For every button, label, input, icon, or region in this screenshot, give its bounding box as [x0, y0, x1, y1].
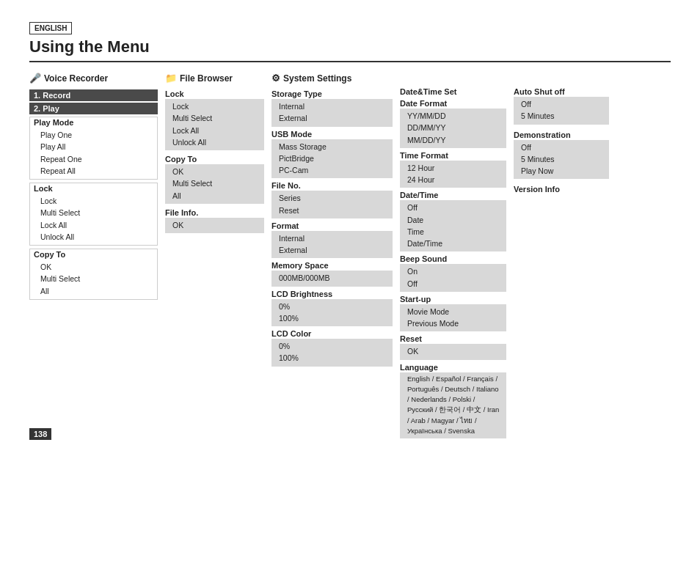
auto-shut-5min: 5 Minutes	[521, 110, 605, 122]
fb-lock-options: Lock Multi Select Lock All Unlock All	[165, 99, 264, 150]
reset-group: Reset OK	[400, 334, 506, 359]
demo-play-now: Play Now	[521, 165, 605, 177]
date-time-group: Date/Time Off Date Time Date/Time	[400, 191, 506, 251]
df-yy-mm-dd: YY/MM/DD	[407, 110, 502, 122]
play-one: Play One	[40, 129, 153, 141]
record-item: 1. Record	[29, 89, 158, 101]
version-info-label: Version Info	[514, 185, 609, 194]
folder-icon: 📁	[165, 73, 177, 84]
lang-text: English / Español / Français / Português…	[407, 374, 502, 437]
fb-ok: OK	[172, 166, 260, 177]
lock-all-option: Lock All	[40, 219, 153, 231]
usb-mass-storage: Mass Storage	[279, 141, 388, 152]
english-badge: ENGLISH	[29, 22, 72, 34]
format-external: External	[279, 244, 388, 256]
unlock-all-option: Unlock All	[40, 231, 153, 243]
play-mode-options: Play One Play All Repeat One Repeat All	[30, 128, 157, 179]
usb-mode-options: Mass Storage PictBridge PC-Cam	[271, 139, 393, 179]
datetime-set-label: Date&Time Set	[400, 87, 506, 96]
fb-multi-select: Multi Select	[172, 112, 260, 124]
memory-space-group: Memory Space 000MB/000MB	[271, 261, 393, 286]
format-label: Format	[271, 221, 393, 230]
file-no-series: Series	[279, 192, 388, 204]
page-number: 138	[29, 428, 51, 440]
startup-previous: Previous Mode	[407, 317, 502, 329]
lcd-brightness-100: 100%	[279, 312, 388, 324]
fb-lock-label: Lock	[165, 89, 264, 98]
format-options: Internal External	[271, 231, 393, 259]
voice-recorder-header: 🎤 Voice Recorder	[29, 73, 158, 84]
memory-space-label: Memory Space	[271, 261, 393, 270]
df-mm-dd-yy: MM/DD/YY	[407, 134, 502, 146]
fb-all: All	[172, 190, 260, 202]
auto-shut-group: Auto Shut off Off 5 Minutes	[514, 87, 609, 125]
fb-unlock-all: Unlock All	[172, 136, 260, 148]
fb-file-info-group: File Info. OK	[165, 208, 264, 233]
file-browser-header: 📁 File Browser	[165, 73, 264, 84]
play-all: Play All	[40, 141, 153, 152]
dt-off: Off	[407, 202, 502, 213]
fb-copy-to-options: OK Multi Select All	[165, 164, 264, 204]
tf-24-hour: 24 Hour	[407, 174, 502, 185]
format-internal: Internal	[279, 232, 388, 244]
startup-group: Start-up Movie Mode Previous Mode	[400, 295, 506, 332]
dt-date: Date	[407, 214, 502, 226]
play-mode-group: Play Mode Play One Play All Repeat One R…	[29, 117, 158, 180]
auto-shut-label: Auto Shut off	[514, 87, 609, 96]
lock-option: Lock	[40, 195, 153, 207]
all-option-vr: All	[40, 285, 153, 297]
fb-copy-to-group: Copy To OK Multi Select All	[165, 155, 264, 204]
usb-pc-cam: PC-Cam	[279, 164, 388, 176]
file-no-reset: Reset	[279, 205, 388, 216]
dt-time: Time	[407, 226, 502, 238]
beep-sound-options: On Off	[400, 264, 506, 292]
lcd-brightness-options: 0% 100%	[271, 299, 393, 327]
format-group: Format Internal External	[271, 221, 393, 259]
date-time-options: Off Date Time Date/Time	[400, 200, 506, 251]
lcd-color-group: LCD Color 0% 100%	[271, 329, 393, 367]
copy-to-label-vr: Copy To	[30, 249, 157, 260]
lcd-brightness-group: LCD Brightness 0% 100%	[271, 290, 393, 327]
reset-label: Reset	[400, 334, 506, 343]
beep-on: On	[407, 265, 502, 277]
multi-select-option-vr: Multi Select	[40, 273, 153, 284]
language-label: Language	[400, 363, 506, 372]
repeat-one: Repeat One	[40, 153, 153, 165]
tf-12-hour: 12 Hour	[407, 162, 502, 174]
lock-group: Lock Lock Multi Select Lock All Unlock A…	[29, 183, 158, 246]
startup-label: Start-up	[400, 295, 506, 304]
startup-options: Movie Mode Previous Mode	[400, 304, 506, 332]
system-settings-section: ⚙ System Settings Storage Type Internal …	[264, 73, 393, 370]
st-external: External	[279, 112, 388, 124]
dt-datetime: Date/Time	[407, 238, 502, 249]
time-format-label: Time Format	[400, 151, 506, 160]
fb-multi-select-copy: Multi Select	[172, 177, 260, 189]
storage-type-group: Storage Type Internal External	[271, 89, 393, 127]
microphone-icon: 🎤	[29, 73, 41, 84]
demonstration-label: Demonstration	[514, 131, 609, 139]
auto-section: Auto Shut off Off 5 Minutes Demonstratio…	[506, 73, 609, 196]
beep-off: Off	[407, 278, 502, 290]
repeat-all: Repeat All	[40, 165, 153, 177]
date-format-label: Date Format	[400, 99, 506, 108]
lcd-brightness-label: LCD Brightness	[271, 290, 393, 298]
memory-space-options: 000MB/000MB	[271, 271, 393, 286]
datetime-section: Date&Time Set Date Format YY/MM/DD DD/MM…	[393, 73, 506, 441]
ok-option-vr: OK	[40, 261, 153, 273]
demonstration-group: Demonstration Off 5 Minutes Play Now	[514, 131, 609, 180]
lcd-color-label: LCD Color	[271, 329, 393, 338]
time-format-group: Time Format 12 Hour 24 Hour	[400, 151, 506, 188]
play-mode-label: Play Mode	[30, 117, 157, 128]
df-dd-mm-yy: DD/MM/YY	[407, 122, 502, 133]
multi-select-option: Multi Select	[40, 207, 153, 218]
datetime-set-group: Date&Time Set	[400, 87, 506, 96]
copy-to-group-vr: Copy To OK Multi Select All	[29, 249, 158, 300]
startup-movie: Movie Mode	[407, 306, 502, 317]
file-no-options: Series Reset	[271, 191, 393, 218]
demonstration-options: Off 5 Minutes Play Now	[514, 140, 609, 180]
gear-icon: ⚙	[271, 73, 280, 84]
play-item: 2. Play	[29, 103, 158, 114]
fb-file-info-options: OK	[165, 218, 264, 233]
voice-recorder-section: 🎤 Voice Recorder 1. Record 2. Play Play …	[29, 73, 158, 300]
file-no-label: File No.	[271, 181, 393, 190]
